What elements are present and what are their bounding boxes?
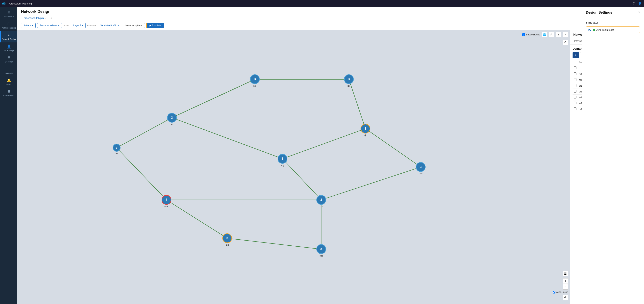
row-checkbox-3[interactable] xyxy=(574,90,576,93)
app-logo: Crosswork Planning xyxy=(2,2,32,5)
design-settings-body: Simulator Auto-resimulate xyxy=(582,17,644,37)
sidebar-label-alerts: Alerts xyxy=(6,83,12,86)
sidebar-label-job-manager: Job Manager xyxy=(3,50,14,52)
design-settings-panel: Design Settings × Simulator Auto-resimul… xyxy=(582,7,644,304)
auto-resimulate-checkbox[interactable] xyxy=(588,28,591,31)
tab-processed-lab[interactable]: processed-lab.pln × xyxy=(21,16,49,21)
row-check-cell xyxy=(572,100,578,106)
preset-workflows-button[interactable]: Preset workflows ▾ xyxy=(37,23,62,28)
show-groups-checkbox[interactable] xyxy=(522,33,525,36)
actions-chevron-icon: ▾ xyxy=(32,24,33,27)
row-checkbox-5[interactable] xyxy=(574,102,576,104)
row-check-cell xyxy=(572,83,578,89)
move-icon-btn[interactable]: ✛ xyxy=(562,295,568,300)
main-content: Network Design processed-lab.pln × + Act… xyxy=(17,7,644,304)
sidebar-item-network-models[interactable]: ⬡ Network Models xyxy=(0,20,17,31)
select-all-checkbox[interactable] xyxy=(574,66,576,69)
prev-icon-btn[interactable]: ‹ xyxy=(556,32,561,37)
canvas-right-controls xyxy=(562,40,568,45)
svg-line-8 xyxy=(116,118,172,148)
network-canvas[interactable]: 3 hst 3 lax 3 atl 3 sjc 3 mia 3 kcy xyxy=(17,30,570,304)
svg-rect-25 xyxy=(565,41,566,42)
job-manager-icon: 👤 xyxy=(7,44,11,49)
sidebar-label-licensing: Licensing xyxy=(5,72,13,74)
sidebar-item-network-design[interactable]: ✦ Network Design xyxy=(0,31,17,42)
svg-point-20 xyxy=(551,34,552,34)
toolbar: Actions ▾ Preset workflows ▾ Show Layer … xyxy=(17,21,644,30)
svg-line-24 xyxy=(551,34,552,35)
sidebar-item-collector[interactable]: ☰ Collector xyxy=(0,54,17,65)
simulated-traffic-chevron-icon: ▾ xyxy=(118,24,119,27)
sidebar-label-network-design: Network Design xyxy=(2,38,16,40)
zoom-out-btn[interactable]: − xyxy=(562,284,568,290)
sidebar-item-alerts[interactable]: 🔔 Alerts xyxy=(0,76,17,88)
sidebar-label-administration: Administration xyxy=(3,94,15,97)
network-edges xyxy=(17,30,570,304)
svg-rect-27 xyxy=(566,42,566,43)
network-options-button[interactable]: Network options xyxy=(123,23,145,28)
sidebar: ⊞ Dashboard ⬡ Network Models ✦ Network D… xyxy=(0,7,17,304)
layout-icon-btn[interactable] xyxy=(548,32,554,37)
tab-add-btn[interactable]: + xyxy=(49,16,54,21)
svg-rect-3 xyxy=(5,2,6,4)
page-header: Network Design processed-lab.pln × + xyxy=(17,7,644,21)
header-check-cell xyxy=(572,65,578,71)
row-checkbox-6[interactable] xyxy=(574,108,576,110)
network-design-icon: ✦ xyxy=(8,33,10,37)
design-settings-close-btn[interactable]: × xyxy=(638,10,640,14)
svg-line-9 xyxy=(172,118,282,159)
help-icon[interactable]: ? xyxy=(633,2,635,5)
zoom-in-btn[interactable]: + xyxy=(562,278,568,284)
next-icon-btn[interactable]: › xyxy=(562,32,568,37)
svg-rect-1 xyxy=(3,2,4,4)
tab-close-btn[interactable]: × xyxy=(45,17,46,19)
svg-line-7 xyxy=(349,79,366,128)
auto-resimulate-option[interactable]: Auto-resimulate xyxy=(586,26,640,33)
hierarchy-icon-btn[interactable] xyxy=(562,40,568,45)
layer3-button[interactable]: Layer 3 ▾ xyxy=(71,23,86,28)
design-settings-header: Design Settings × xyxy=(582,7,644,17)
simulator-section-title: Simulator xyxy=(586,21,640,24)
svg-line-6 xyxy=(172,79,255,118)
list-view-icon-btn[interactable]: ☰ xyxy=(562,271,568,276)
sidebar-item-dashboard[interactable]: ⊞ Dashboard xyxy=(0,8,17,20)
user-icon[interactable]: 👤 xyxy=(638,2,642,6)
auto-focus-checkbox[interactable] xyxy=(553,291,556,294)
svg-line-19 xyxy=(172,79,255,118)
simulate-button[interactable]: ▶ Simulate xyxy=(146,23,164,28)
topbar-actions: ? 👤 xyxy=(633,2,642,6)
page-title: Network Design xyxy=(21,9,640,14)
svg-line-11 xyxy=(282,129,366,159)
row-checkbox-0[interactable] xyxy=(574,72,576,75)
topbar: Crosswork Planning ? 👤 xyxy=(0,0,644,7)
row-check-cell xyxy=(572,94,578,100)
svg-line-12 xyxy=(116,148,166,200)
auto-focus-control[interactable]: Auto-Focus xyxy=(553,291,568,294)
sidebar-item-licensing[interactable]: ☰ Licensing xyxy=(0,65,17,76)
show-groups-control[interactable]: Show Groups xyxy=(522,33,540,36)
svg-point-22 xyxy=(552,35,552,36)
network-models-icon: ⬡ xyxy=(8,22,10,26)
sidebar-item-job-manager[interactable]: 👤 Job Manager xyxy=(0,42,17,54)
alerts-icon: 🔔 xyxy=(7,78,11,82)
row-check-cell xyxy=(572,106,578,112)
globe-icon-btn[interactable]: 🌐 xyxy=(542,32,547,37)
add-demand-btn[interactable]: + xyxy=(572,52,579,58)
svg-rect-0 xyxy=(2,3,3,4)
svg-rect-2 xyxy=(4,2,4,5)
row-checkbox-4[interactable] xyxy=(574,96,576,98)
col-check xyxy=(572,60,578,65)
canvas-controls: Show Groups 🌐 ‹ › xyxy=(522,32,568,37)
svg-line-13 xyxy=(282,159,321,200)
dashboard-icon: ⊞ xyxy=(8,10,10,15)
row-checkbox-1[interactable] xyxy=(574,78,576,81)
simulated-traffic-button[interactable]: Simulated traffic ▾ xyxy=(98,23,122,28)
svg-line-10 xyxy=(366,129,421,167)
show-label: Show xyxy=(64,24,69,27)
sidebar-item-administration[interactable]: ☰ Administration xyxy=(0,88,17,99)
actions-button[interactable]: Actions ▾ xyxy=(21,23,36,28)
plot-view-label: Plot view xyxy=(87,24,96,27)
tab-bar: processed-lab.pln × + xyxy=(21,16,640,21)
row-checkbox-2[interactable] xyxy=(574,84,576,87)
svg-rect-26 xyxy=(564,42,565,43)
